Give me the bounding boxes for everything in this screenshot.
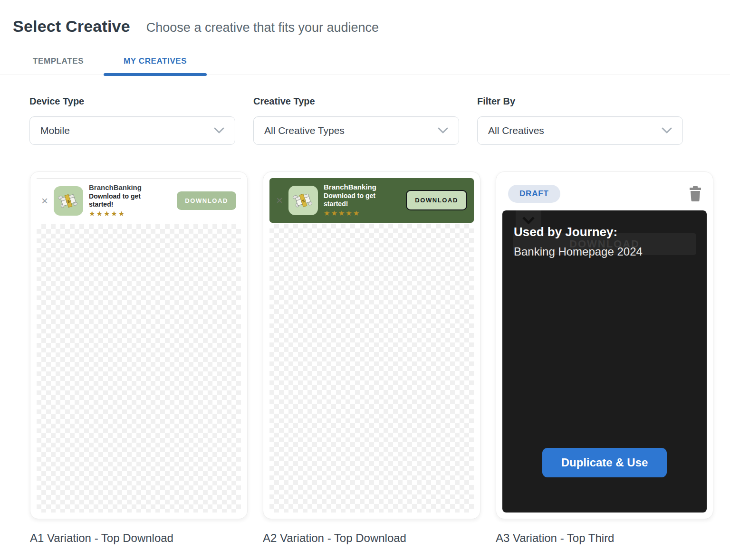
creative-card-a2: × $ [263, 171, 480, 545]
card-header-row: DRAFT [502, 178, 707, 210]
ad-banner-green: × $ [269, 178, 474, 223]
chevron-down-icon [662, 127, 672, 134]
filter-bar: Device Type Mobile Creative Type All Cre… [29, 96, 730, 145]
filter-by-value: All Creatives [488, 125, 544, 136]
page-header: Select Creative Choose a creative that f… [0, 0, 730, 36]
download-button[interactable]: DOWNLOAD [406, 190, 467, 210]
duplicate-and-use-button[interactable]: Duplicate & Use [542, 448, 667, 477]
transparent-canvas [269, 224, 474, 513]
close-icon: × [41, 195, 48, 207]
chevron-down-icon [438, 127, 448, 134]
tab-my-creatives[interactable]: MY CREATIVES [104, 49, 207, 75]
app-icon: $ [288, 186, 318, 215]
creative-card-a1: × $ [30, 171, 248, 545]
creative-preview-a3[interactable]: DRAFT DOWNLOAD Used by Journey: Banking … [496, 171, 713, 519]
creative-card-grid: × $ [30, 171, 730, 545]
creative-name-a3: A3 Variation - Top Third [496, 532, 713, 545]
download-button[interactable]: DOWNLOAD [177, 191, 236, 210]
app-name: BranchBanking [324, 183, 394, 192]
close-icon: × [276, 195, 283, 206]
chevron-down-icon [214, 127, 224, 134]
creative-type-select[interactable]: All Creative Types [253, 116, 459, 145]
star-rating-icons: ★★★★★ [324, 209, 394, 218]
filter-creative-type: Creative Type All Creative Types [253, 96, 459, 145]
filter-device-type: Device Type Mobile [29, 96, 235, 145]
creative-type-value: All Creative Types [264, 125, 345, 136]
device-type-select[interactable]: Mobile [29, 116, 235, 145]
app-name: BranchBanking [89, 183, 165, 192]
app-tagline: Download to get started! [324, 192, 394, 209]
creative-card-a3: DRAFT DOWNLOAD Used by Journey: Banking … [496, 171, 713, 545]
creative-preview-a1[interactable]: × $ [30, 171, 248, 519]
used-by-heading: Used by Journey: [514, 225, 707, 239]
app-icon: $ [54, 186, 83, 216]
device-type-label: Device Type [29, 96, 235, 107]
creative-type-label: Creative Type [253, 96, 459, 107]
star-rating-icons: ★★★★★ [89, 209, 165, 218]
app-tagline: Download to get started! [89, 192, 165, 209]
device-type-value: Mobile [40, 125, 70, 136]
filter-by: Filter By All Creatives [477, 96, 683, 145]
filter-by-select[interactable]: All Creatives [477, 116, 683, 145]
journey-name: Banking Homepage 2024 [514, 245, 707, 258]
creative-preview-a2[interactable]: × $ [263, 171, 480, 519]
app-text-block: BranchBanking Download to get started! ★… [324, 183, 394, 218]
tab-templates[interactable]: TEMPLATES [13, 49, 104, 75]
page-subtitle: Choose a creative that fits your audienc… [146, 20, 379, 35]
creative-name-a2: A2 Variation - Top Download [263, 532, 480, 545]
filter-by-label: Filter By [477, 96, 683, 107]
page-title: Select Creative [13, 17, 130, 36]
ad-banner-white: × $ [37, 178, 241, 223]
money-with-wings-icon: $ [58, 190, 79, 212]
creative-name-a1: A1 Variation - Top Download [30, 532, 248, 545]
transparent-canvas [37, 224, 241, 513]
status-badge-draft: DRAFT [508, 185, 560, 203]
tab-bar: TEMPLATES MY CREATIVES [0, 49, 730, 75]
money-with-wings-icon: $ [292, 190, 314, 211]
app-text-block: BranchBanking Download to get started! ★… [89, 183, 165, 218]
used-by-overlay: DOWNLOAD Used by Journey: Banking Homepa… [502, 210, 707, 513]
trash-icon[interactable] [689, 186, 702, 201]
